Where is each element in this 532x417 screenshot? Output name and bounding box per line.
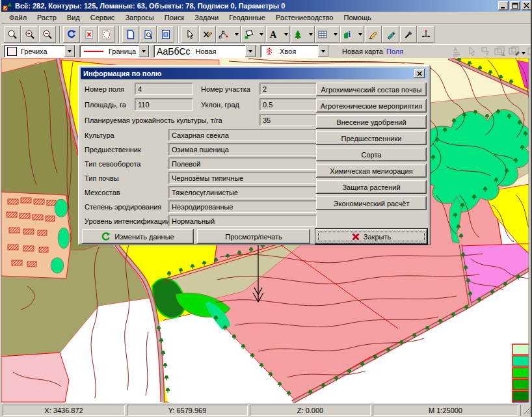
fill-style-button[interactable] — [241, 26, 265, 43]
erosion-value[interactable]: Неэродированные — [168, 200, 317, 213]
pick-pen-button[interactable] — [400, 26, 417, 43]
new-document-icon — [126, 29, 136, 40]
status-x: X: 3436.872 — [3, 405, 125, 416]
menu-file[interactable]: Файл — [4, 12, 32, 23]
plot-number-label: Номер участка — [201, 85, 250, 93]
object-info-button[interactable]: i — [340, 26, 364, 43]
resize-grip[interactable] — [523, 406, 531, 414]
style-toolbar: Гречиха Граница АаБбСс Новая Хвоя Новая … — [1, 44, 532, 58]
select-cursor-button[interactable] — [181, 26, 198, 43]
font-combo-value: Новая — [196, 47, 217, 55]
chevron-down-icon — [321, 50, 325, 53]
combo-drop-button[interactable] — [64, 46, 75, 57]
table-data-icon — [317, 29, 328, 40]
zoom-in-button[interactable] — [21, 26, 38, 43]
erase-edit-button[interactable] — [199, 26, 216, 43]
node-edit-button[interactable] — [217, 26, 241, 43]
plot-number-value[interactable]: 2 — [259, 83, 317, 95]
dropdown-caret[interactable] — [358, 33, 362, 36]
menu-geodata[interactable]: Геоданные — [224, 12, 271, 23]
menu-raster[interactable]: Растр — [32, 12, 62, 23]
text-list-icon: A — [450, 44, 464, 59]
soil-type-value[interactable]: Чернозёмы типичные — [168, 172, 317, 184]
menu-help[interactable]: Помощь — [338, 12, 377, 23]
plant-protection-button[interactable]: Защита растений — [316, 180, 427, 194]
dialog-title-bar[interactable]: Информация по полю — [81, 68, 427, 79]
print-preview-icon — [143, 29, 153, 40]
maximize-button[interactable] — [510, 1, 520, 10]
dropdown-caret[interactable] — [259, 33, 263, 36]
close-button[interactable] — [522, 1, 532, 10]
settlement-green — [58, 228, 70, 249]
ellipse-select-button[interactable] — [98, 26, 115, 43]
measure-pencil-button[interactable] — [365, 26, 382, 43]
rotation-type-label: Тип севооборота — [85, 160, 140, 168]
disabled-tools: A z — [450, 44, 532, 59]
economic-calc-button[interactable]: Экономический расчёт — [316, 196, 427, 210]
planned-yield-label: Планируемая урожайность культуры, т/га — [85, 116, 222, 124]
combo-drop-button[interactable] — [318, 46, 328, 57]
preview-print-button[interactable]: Просмотр/печать — [197, 229, 310, 244]
combo-drop-button[interactable] — [139, 46, 149, 57]
chem-melioration-button[interactable]: Химическая мелиорация — [316, 164, 427, 178]
status-filler — [520, 405, 521, 416]
field-number-value[interactable]: 4 — [135, 83, 193, 95]
menu-queries[interactable]: Запросы — [120, 12, 159, 23]
vegetation-symbol-button[interactable] — [291, 26, 315, 43]
edit-data-button[interactable]: Изменить данные — [82, 229, 194, 244]
zoom-button[interactable] — [4, 26, 21, 43]
menu-service[interactable]: Сервис — [85, 12, 120, 23]
dropdown-caret[interactable] — [334, 33, 338, 36]
dialog-close-button[interactable] — [414, 69, 425, 78]
menu-search[interactable]: Поиск — [159, 12, 189, 23]
axis-measure-button[interactable] — [418, 26, 434, 43]
planned-yield-value[interactable]: 35 — [259, 114, 317, 126]
edit-pen-button[interactable] — [382, 26, 399, 43]
field-pink-bottomleft[interactable] — [1, 353, 69, 402]
settlement-area[interactable] — [1, 192, 72, 278]
text-style-icon: A — [268, 29, 278, 40]
refresh-button[interactable] — [63, 26, 80, 43]
line-style-combo[interactable]: Граница — [79, 45, 150, 58]
combo-drop-button[interactable] — [245, 46, 256, 57]
crop-value[interactable]: Сахарная свекла — [168, 129, 317, 141]
delete-object-button[interactable] — [81, 26, 98, 43]
menu-tasks[interactable]: Задачи — [189, 12, 224, 23]
zoom-in-icon — [25, 29, 35, 40]
layers-edit-icon — [507, 44, 522, 59]
close-dialog-button[interactable]: Закрыть — [315, 229, 427, 244]
varieties-button[interactable]: Сорта — [316, 148, 427, 161]
area-value[interactable]: 110 — [135, 98, 193, 111]
new-document-button[interactable] — [122, 26, 139, 43]
font-style-combo[interactable]: АаБбСс Новая — [153, 45, 256, 58]
dropdown-caret[interactable] — [284, 33, 288, 36]
status-y: Y: 6579.969 — [127, 405, 248, 416]
menu-cropfarming[interactable]: Растениеводство — [271, 12, 338, 23]
slope-value[interactable]: 0.5 — [259, 98, 317, 111]
fill-style-combo[interactable]: Гречиха — [4, 45, 75, 58]
rotation-type-value[interactable]: Полевой — [168, 157, 317, 170]
area-label: Площадь, га — [85, 101, 126, 109]
agrochem-button[interactable]: Агрохимический состав почвы — [316, 83, 427, 96]
predecessors-button[interactable]: Предшественники — [316, 131, 427, 145]
ellipse-select-icon — [101, 29, 112, 40]
intensification-value[interactable]: Нормальный — [168, 215, 317, 227]
chevron-down-icon[interactable] — [522, 52, 525, 55]
minimize-button[interactable] — [498, 1, 509, 10]
symbol-combo[interactable]: Хвоя — [260, 45, 329, 58]
chevron-down-icon — [68, 50, 72, 53]
soil-texture-value[interactable]: Тяжелосуглинистые — [168, 186, 317, 198]
menu-view[interactable]: Вид — [62, 12, 85, 23]
agrotech-button[interactable]: Агротехнические мероприятия — [316, 99, 427, 113]
fertilizer-button[interactable]: Внесение удобрений — [316, 115, 427, 129]
zoom-out-button[interactable] — [39, 26, 56, 43]
predecessor-value[interactable]: Озимая пшеница — [168, 143, 317, 155]
z-order-icon: z — [479, 44, 493, 59]
page-frame-button[interactable] — [157, 26, 174, 43]
print-preview-button[interactable] — [140, 26, 157, 43]
text-style-button[interactable]: A — [266, 26, 290, 43]
dropdown-caret[interactable] — [309, 33, 313, 36]
dropdown-caret[interactable] — [235, 33, 239, 36]
status-bar: X: 3436.872 Y: 6579.969 Z: 0.000 М 1:250… — [1, 403, 532, 417]
table-data-button[interactable] — [315, 26, 339, 43]
